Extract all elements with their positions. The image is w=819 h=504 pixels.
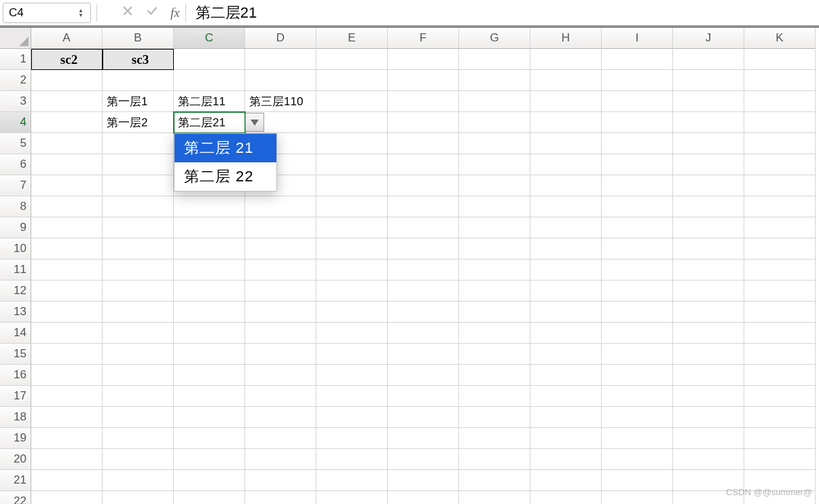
cell[interactable] (316, 217, 388, 238)
column-header[interactable]: I (602, 28, 673, 49)
cell[interactable] (316, 196, 388, 217)
cell[interactable] (103, 238, 174, 259)
cell[interactable] (103, 302, 174, 323)
cell[interactable] (673, 449, 744, 470)
cell[interactable]: 第二层21 (174, 112, 245, 133)
cell[interactable] (245, 344, 316, 365)
row-header[interactable]: 1 (0, 49, 31, 70)
cell[interactable] (744, 323, 816, 344)
cell[interactable] (459, 259, 530, 281)
cell[interactable] (673, 281, 744, 302)
cell[interactable] (602, 428, 673, 449)
cell[interactable] (174, 281, 245, 302)
cell[interactable] (459, 428, 530, 449)
cell[interactable] (316, 344, 388, 365)
cell[interactable] (673, 154, 744, 175)
column-header[interactable]: E (316, 28, 388, 49)
cell[interactable] (388, 154, 459, 175)
row-header[interactable]: 22 (0, 491, 31, 504)
cell[interactable] (31, 302, 103, 323)
cell[interactable] (316, 302, 388, 323)
row-header[interactable]: 3 (0, 91, 31, 112)
cell[interactable] (744, 49, 816, 70)
name-box[interactable]: C4 ▲ ▼ (3, 3, 91, 23)
column-header[interactable]: D (245, 28, 316, 49)
column-header[interactable]: J (673, 28, 744, 49)
cell[interactable] (31, 365, 103, 386)
cell[interactable] (316, 386, 388, 407)
cell[interactable] (673, 196, 744, 217)
cell[interactable] (459, 91, 530, 112)
cell[interactable] (388, 70, 459, 91)
cell[interactable] (459, 175, 530, 196)
cell[interactable] (388, 49, 459, 70)
cell[interactable] (602, 259, 673, 281)
cell[interactable] (459, 196, 530, 217)
cell[interactable] (174, 238, 245, 259)
fx-icon[interactable]: fx (170, 5, 180, 20)
dropdown-item[interactable]: 第二层 21 (175, 134, 276, 162)
cell[interactable] (602, 49, 673, 70)
cell[interactable] (31, 428, 103, 449)
row-header[interactable]: 20 (0, 449, 31, 470)
cell[interactable] (388, 449, 459, 470)
cell[interactable] (459, 238, 530, 259)
cell[interactable] (530, 133, 602, 154)
cell[interactable] (530, 217, 602, 238)
cell[interactable] (602, 112, 673, 133)
cell[interactable] (602, 323, 673, 344)
cell[interactable] (31, 91, 103, 112)
cell[interactable] (245, 238, 316, 259)
cell[interactable] (602, 386, 673, 407)
cell[interactable] (316, 70, 388, 91)
cell[interactable] (245, 470, 316, 491)
cell[interactable] (673, 386, 744, 407)
cell[interactable] (103, 217, 174, 238)
cell[interactable] (459, 302, 530, 323)
cell[interactable] (174, 491, 245, 504)
cell[interactable] (316, 259, 388, 281)
cell[interactable] (602, 91, 673, 112)
cell[interactable] (602, 238, 673, 259)
cell[interactable] (103, 323, 174, 344)
cell[interactable] (31, 323, 103, 344)
cell[interactable] (388, 491, 459, 504)
cell[interactable] (673, 175, 744, 196)
cell[interactable] (174, 428, 245, 449)
cell[interactable] (602, 344, 673, 365)
cell[interactable] (103, 449, 174, 470)
cell[interactable] (744, 217, 816, 238)
cell[interactable] (103, 175, 174, 196)
row-header[interactable]: 13 (0, 302, 31, 323)
cell[interactable] (459, 112, 530, 133)
cell[interactable] (174, 49, 245, 70)
cell[interactable] (245, 491, 316, 504)
cell[interactable] (530, 344, 602, 365)
cell[interactable] (744, 365, 816, 386)
formula-input[interactable] (192, 4, 819, 22)
cell[interactable] (316, 49, 388, 70)
stepper-down-icon[interactable]: ▼ (78, 13, 84, 18)
cell[interactable] (530, 323, 602, 344)
row-header[interactable]: 14 (0, 323, 31, 344)
cell[interactable] (174, 344, 245, 365)
cell[interactable] (245, 259, 316, 281)
row-header[interactable]: 8 (0, 196, 31, 217)
cell[interactable] (673, 133, 744, 154)
cell[interactable] (31, 344, 103, 365)
cell[interactable] (459, 491, 530, 504)
cell[interactable] (388, 259, 459, 281)
cell[interactable] (673, 365, 744, 386)
row-header[interactable]: 15 (0, 344, 31, 365)
cell[interactable] (602, 470, 673, 491)
row-header[interactable]: 17 (0, 386, 31, 407)
column-header[interactable]: F (388, 28, 459, 49)
cell[interactable] (388, 386, 459, 407)
cell[interactable] (744, 407, 816, 428)
cell[interactable] (602, 302, 673, 323)
cell[interactable] (673, 344, 744, 365)
cell[interactable] (388, 407, 459, 428)
cell[interactable] (31, 196, 103, 217)
cell[interactable] (744, 196, 816, 217)
row-header[interactable]: 11 (0, 259, 31, 281)
